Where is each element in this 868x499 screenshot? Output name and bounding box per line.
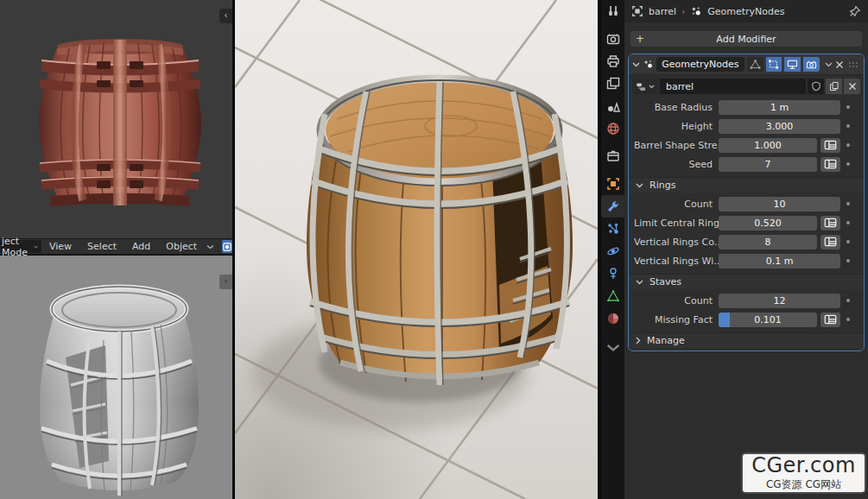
viewport-material-preview[interactable]: ‹: [0, 0, 232, 238]
modifier-extras-chevron-icon[interactable]: [825, 62, 833, 67]
object-brackets-icon: [606, 177, 620, 191]
property-label: Missing Fact: [634, 314, 719, 325]
input-attribute-toggle-icon[interactable]: [820, 235, 840, 250]
sidebar-collapse-icon[interactable]: ‹: [219, 275, 232, 289]
property-row: Count 10: [634, 196, 855, 212]
chevron-down-icon: [636, 183, 643, 188]
base-radius-field[interactable]: 1 m: [719, 100, 840, 115]
mode-dropdown-label: ject Mode: [2, 236, 30, 258]
decorator-dot[interactable]: [840, 105, 855, 109]
property-row: Base Radius 1 m: [634, 99, 855, 115]
show-render-toggle[interactable]: [803, 57, 820, 72]
tab-scene[interactable]: [601, 95, 624, 117]
viewport-solid[interactable]: ‹: [0, 256, 232, 499]
decorator-dot[interactable]: [840, 124, 855, 128]
viewport-rendered[interactable]: [235, 0, 598, 499]
property-row: Seed 7: [634, 156, 855, 172]
tab-tool[interactable]: [601, 0, 624, 22]
sidebar-collapse-icon[interactable]: ‹: [219, 9, 232, 23]
menu-add[interactable]: Add: [124, 241, 158, 252]
tab-modifiers[interactable]: [601, 195, 624, 218]
drag-handle-icon[interactable]: [848, 61, 860, 68]
seed-field[interactable]: 7: [719, 157, 817, 172]
node-group-name-field[interactable]: barrel: [660, 79, 806, 94]
input-attribute-toggle-icon[interactable]: [820, 216, 840, 231]
tab-view-layer[interactable]: [601, 73, 624, 95]
vertical-rings-width-field[interactable]: 0.1 m: [719, 254, 840, 268]
decorator-dot[interactable]: [840, 259, 855, 262]
constraint-icon: [606, 267, 620, 281]
property-label: Count: [634, 295, 719, 306]
property-row: Height 3.000: [634, 118, 855, 134]
breadcrumb-modifier[interactable]: GeometryNodes: [707, 6, 784, 17]
physics-orbit-icon: [606, 244, 620, 258]
pin-icon[interactable]: [849, 5, 861, 17]
decorator-dot[interactable]: [840, 240, 855, 243]
section-header-manage[interactable]: Manage: [629, 332, 864, 348]
rings-count-field[interactable]: 10: [719, 197, 840, 212]
height-field[interactable]: 3.000: [719, 119, 840, 134]
tab-object[interactable]: [601, 173, 624, 195]
missing-fact-slider[interactable]: 0.101: [719, 313, 817, 327]
limit-central-rings-field[interactable]: 0.520: [719, 216, 817, 231]
delete-modifier-icon[interactable]: [835, 60, 844, 69]
input-attribute-toggle-icon[interactable]: [820, 138, 840, 153]
input-attribute-toggle-icon[interactable]: [820, 157, 840, 172]
menu-object[interactable]: Object: [158, 241, 205, 252]
decorator-dot[interactable]: [840, 221, 855, 224]
tab-collection[interactable]: [601, 145, 624, 167]
duplicate-node-group-icon[interactable]: [826, 79, 842, 94]
watermark-subtitle: CG资源 CG网站: [766, 477, 841, 492]
material-sphere-icon: [606, 312, 620, 325]
barrel-shape-strength-field[interactable]: 1.000: [719, 138, 817, 153]
decorator-dot[interactable]: [840, 299, 855, 302]
header-overflow-chevron-icon[interactable]: [206, 244, 214, 250]
decorator-dot[interactable]: [840, 202, 855, 205]
add-modifier-button[interactable]: + Add Modifier: [630, 31, 862, 47]
on-cage-toggle[interactable]: [766, 57, 782, 72]
tab-output[interactable]: [601, 50, 624, 73]
input-attribute-toggle-icon[interactable]: [820, 313, 840, 327]
watermark: CGer.com CG资源 CG网站: [741, 452, 866, 494]
menu-view[interactable]: View: [41, 241, 79, 252]
tab-overflow-chevron[interactable]: [601, 337, 624, 359]
fake-user-shield-icon[interactable]: [808, 79, 824, 94]
tab-render[interactable]: [601, 28, 624, 50]
panel-expand-chevron-icon[interactable]: [632, 62, 640, 67]
tab-constraints[interactable]: [601, 262, 624, 285]
modifier-name-field[interactable]: GeometryNodes: [656, 57, 744, 72]
tab-material[interactable]: [601, 307, 624, 330]
menu-select[interactable]: Select: [79, 241, 124, 252]
breadcrumb-object[interactable]: barrel: [649, 6, 676, 17]
decorator-dot[interactable]: [840, 143, 855, 147]
geometry-nodes-modifier-panel: GeometryNodes barrel: [628, 54, 865, 351]
rendered-shading-icon[interactable]: [222, 240, 232, 253]
properties-tab-column: [601, 0, 624, 499]
browse-node-group-button[interactable]: [632, 79, 658, 94]
edit-mode-toggle[interactable]: [747, 57, 763, 72]
unlink-node-group-icon[interactable]: [844, 79, 860, 94]
show-viewport-toggle[interactable]: [784, 57, 801, 72]
breadcrumb-separator: ›: [681, 7, 685, 16]
decorator-dot[interactable]: [840, 162, 855, 166]
property-label: Height: [634, 121, 719, 132]
barrel-rendered: [235, 0, 598, 499]
node-tree-icon: [636, 81, 647, 92]
section-header-staves[interactable]: Staves: [629, 274, 864, 289]
tab-object-data[interactable]: [601, 285, 624, 307]
tab-particles[interactable]: [601, 218, 624, 240]
chevron-down-icon: [606, 341, 620, 355]
tab-world[interactable]: [601, 117, 624, 140]
chevron-right-icon: [636, 337, 641, 344]
decorator-dot[interactable]: [840, 318, 855, 321]
mode-dropdown[interactable]: ject Mode: [0, 240, 41, 253]
staves-count-field[interactable]: 12: [719, 294, 840, 308]
chevron-down-icon: [649, 85, 655, 89]
section-header-rings[interactable]: Rings: [629, 177, 864, 193]
vertical-rings-count-field[interactable]: 8: [719, 235, 817, 250]
particles-icon: [606, 222, 620, 236]
tab-physics[interactable]: [601, 240, 624, 262]
printer-icon: [606, 54, 620, 68]
property-row: Vertical Rings Co... 8: [634, 234, 855, 250]
chevron-down-icon: [34, 244, 38, 250]
